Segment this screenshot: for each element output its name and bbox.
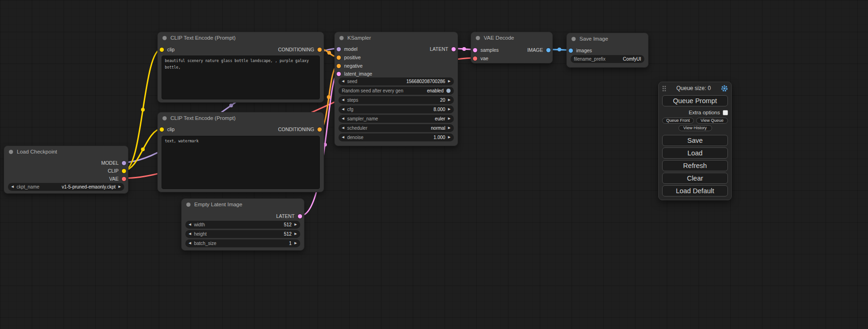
view-queue-button[interactable]: View Queue [696,118,728,124]
output-dot-image[interactable] [546,48,550,52]
queue-prompt-button[interactable]: Queue Prompt [662,95,728,106]
prompt-text-widget[interactable]: text, watermark [162,136,320,189]
input-dot-negative[interactable] [337,64,341,68]
output-slot-conditioning: CONDITIONING [160,46,322,53]
node-title: CLIP Text Encode (Prompt) [170,115,236,121]
increment-arrow-icon[interactable]: ▶ [448,108,451,111]
input-dot-latent-image[interactable] [337,72,341,76]
link-midpoint-dot [229,104,233,107]
cfg-widget[interactable]: ◀ cfg 8.000 ▶ [339,105,454,113]
node-header[interactable]: Load Checkpoint [4,146,128,157]
node-header[interactable]: VAE Decode [471,32,552,43]
width-widget[interactable]: ◀ width 512 ▶ [185,221,300,229]
increment-arrow-icon[interactable]: ▶ [448,80,451,83]
decrement-arrow-icon[interactable]: ◀ [189,223,191,226]
clear-button[interactable]: Clear [662,173,728,184]
increment-arrow-icon[interactable]: ▶ [295,223,297,226]
increment-arrow-icon[interactable]: ▶ [295,242,297,245]
decrement-arrow-icon[interactable]: ◀ [342,117,344,120]
input-label: images [576,48,592,53]
output-label: CONDITIONING [278,47,314,52]
sampler-name-widget[interactable]: ◀ sampler_name euler ▶ [339,115,454,123]
collapse-dot-icon[interactable] [162,36,167,40]
collapse-dot-icon[interactable] [186,203,191,207]
output-slot-latent: LATENT [337,45,456,53]
view-history-button[interactable]: View History [678,125,712,131]
random-seed-toggle-icon[interactable] [446,89,451,93]
input-dot-positive[interactable] [337,56,341,60]
output-dot-model[interactable] [122,161,126,165]
node-title: VAE Decode [484,35,514,41]
node-header[interactable]: Save Image [567,33,648,44]
node-save-image[interactable]: Save Image images filename_prefix ComfyU… [566,33,649,68]
decrement-arrow-icon[interactable]: ◀ [342,80,344,83]
increment-arrow-icon[interactable]: ▶ [448,117,451,120]
widget-value: 20 [440,98,445,103]
collapse-dot-icon[interactable] [339,36,344,40]
widget-label: steps [347,98,437,103]
output-dot-conditioning[interactable] [318,48,322,52]
node-empty-latent-image[interactable]: Empty Latent Image LATENT ◀ width 512 ▶ … [181,198,304,251]
node-load-checkpoint[interactable]: Load Checkpoint MODEL CLIP VAE ◀ ckpt_na… [4,146,128,194]
height-widget[interactable]: ◀ height 512 ▶ [185,230,300,238]
random-seed-widget[interactable]: Random seed after every gen enabled [339,87,454,95]
node-header[interactable]: CLIP Text Encode (Prompt) [158,112,324,124]
collapse-dot-icon[interactable] [9,150,13,154]
increment-arrow-icon[interactable]: ▶ [448,98,451,102]
widget-value: 1.000 [434,135,445,140]
node-canvas[interactable]: Load Checkpoint MODEL CLIP VAE ◀ ckpt_na… [0,0,868,329]
widget-label: batch_size [194,241,286,246]
node-clip-text-encode-positive[interactable]: CLIP Text Encode (Prompt) clip CONDITION… [157,32,324,103]
extra-options-checkbox[interactable] [723,110,728,115]
queue-front-button[interactable]: Queue Front [662,118,694,124]
decrement-arrow-icon[interactable]: ◀ [189,242,191,245]
denoise-widget[interactable]: ◀ denoise 1.000 ▶ [339,133,454,141]
ckpt-name-widget[interactable]: ◀ ckpt_name v1-5-pruned-emaonly.ckpt ▶ [8,183,124,191]
load-default-button[interactable]: Load Default [662,185,728,196]
decrement-arrow-icon[interactable]: ◀ [342,108,344,111]
settings-gear-icon[interactable] [721,85,728,92]
increment-arrow-icon[interactable]: ▶ [448,126,451,130]
output-dot-latent[interactable] [452,47,456,51]
decrement-arrow-icon[interactable]: ◀ [342,98,344,102]
node-ksampler[interactable]: KSampler model LATENT positive negative … [334,32,458,146]
increment-arrow-icon[interactable]: ▶ [119,185,121,189]
output-dot-conditioning[interactable] [318,127,322,132]
seed-widget[interactable]: ◀ seed 156680208700286 ▶ [339,77,454,85]
output-dot-vae[interactable] [122,177,126,181]
node-header[interactable]: Empty Latent Image [182,199,304,210]
decrement-arrow-icon[interactable]: ◀ [342,136,344,139]
node-header[interactable]: CLIP Text Encode (Prompt) [158,32,324,43]
input-dot-images[interactable] [569,49,573,53]
decrement-arrow-icon[interactable]: ◀ [189,232,191,236]
link-midpoint-dot [141,147,145,151]
load-button[interactable]: Load [662,147,728,159]
batch-size-widget[interactable]: ◀ batch_size 1 ▶ [185,239,300,247]
node-title: CLIP Text Encode (Prompt) [170,35,236,41]
increment-arrow-icon[interactable]: ▶ [448,136,451,139]
save-button[interactable]: Save [662,135,728,146]
scheduler-widget[interactable]: ◀ scheduler normal ▶ [339,124,454,132]
widget-label: Random seed after every gen [342,88,424,93]
prompt-text-widget[interactable]: beautiful scenery nature glass bottle la… [162,56,320,99]
refresh-button[interactable]: Refresh [662,160,728,171]
output-dot-latent[interactable] [298,214,302,218]
link-midpoint-dot [462,47,466,51]
node-clip-text-encode-negative[interactable]: CLIP Text Encode (Prompt) clip CONDITION… [157,112,324,192]
decrement-arrow-icon[interactable]: ◀ [342,126,344,130]
node-header[interactable]: KSampler [335,32,458,43]
output-dot-clip[interactable] [122,169,126,173]
input-dot-vae[interactable] [473,56,477,61]
increment-arrow-icon[interactable]: ▶ [295,232,297,236]
input-slot-images: images [569,47,646,54]
steps-widget[interactable]: ◀ steps 20 ▶ [339,96,454,104]
filename-prefix-widget[interactable]: filename_prefix ComfyUI [571,55,644,63]
node-vae-decode[interactable]: VAE Decode samples IMAGE vae [471,32,553,63]
collapse-dot-icon[interactable] [476,36,480,40]
drag-handle-icon[interactable] [662,85,666,91]
collapse-dot-icon[interactable] [572,37,576,41]
decrement-arrow-icon[interactable]: ◀ [11,185,14,189]
collapse-dot-icon[interactable] [162,116,167,120]
queue-size-label: Queue size: 0 [666,85,721,91]
link-midpoint-dot [327,95,331,99]
